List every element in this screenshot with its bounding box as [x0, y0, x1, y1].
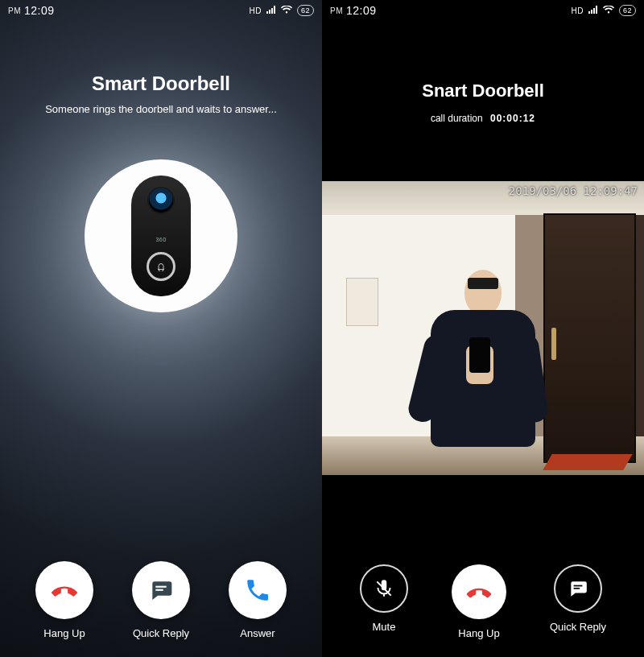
device-avatar: 360	[85, 159, 237, 312]
quick-reply-button[interactable]	[554, 564, 602, 613]
duration-label: call duration	[431, 113, 483, 124]
time-period: PM	[8, 6, 21, 15]
wifi-icon	[281, 6, 292, 15]
mute-button[interactable]	[360, 564, 408, 613]
caller-subtitle: Someone rings the doorbell and waits to …	[0, 103, 322, 115]
hangup-button[interactable]	[35, 561, 93, 619]
doorbell-button-icon	[147, 252, 175, 281]
status-time: PM 12:09	[8, 4, 55, 17]
duration-value: 00:00:12	[490, 113, 535, 124]
signal-icon	[266, 6, 276, 15]
call-duration: call duration 00:00:12	[322, 113, 644, 124]
scene-doormat	[543, 454, 633, 470]
status-indicators: HD 62	[250, 5, 314, 16]
video-feed[interactable]: 2019/03/06 12:09:47	[322, 181, 644, 475]
quick-reply-label: Quick Reply	[133, 627, 189, 639]
mute-label: Mute	[373, 621, 396, 633]
status-indicators: HD 62	[572, 5, 636, 16]
status-bar: PM 12:09 HD 62	[0, 0, 322, 21]
network-hd-icon: HD	[250, 6, 262, 15]
caller-title: Smart Doorbell	[0, 72, 322, 95]
call-actions: Mute Hang Up Quick Reply	[322, 564, 644, 639]
caller-title: Snart Doorbell	[322, 81, 644, 101]
status-bar: PM 12:09 HD 62	[322, 0, 644, 21]
svg-rect-0	[155, 586, 166, 588]
scene-person	[419, 270, 547, 475]
time-value: 12:09	[24, 4, 55, 17]
screen-in-call: PM 12:09 HD 62 Snart Doorbell call durat…	[322, 0, 644, 657]
battery-indicator: 62	[619, 5, 636, 16]
battery-value: 62	[301, 6, 310, 15]
battery-indicator: 62	[297, 5, 314, 16]
hangup-button[interactable]	[452, 564, 506, 619]
scene-door	[543, 213, 636, 463]
quick-reply-label: Quick Reply	[550, 621, 606, 633]
hangup-label: Hang Up	[458, 627, 499, 639]
quick-reply-button[interactable]	[132, 561, 190, 619]
screen-incoming-call: PM 12:09 HD 62 Smart Doorbell Someone ri…	[0, 0, 322, 657]
call-actions: Hang Up Quick Reply Answer	[0, 561, 322, 639]
time-value: 12:09	[346, 4, 377, 17]
doorbell-device-icon: 360	[131, 176, 191, 296]
status-time: PM 12:09	[330, 4, 377, 17]
scene-wall-panel	[346, 278, 378, 326]
time-period: PM	[330, 6, 343, 15]
svg-rect-1	[155, 589, 163, 591]
svg-rect-4	[574, 588, 580, 589]
wifi-icon	[603, 6, 614, 15]
svg-rect-3	[574, 585, 583, 587]
call-header: Smart Doorbell Someone rings the doorbel…	[0, 72, 322, 115]
battery-value: 62	[623, 6, 632, 15]
answer-button[interactable]	[229, 561, 287, 619]
video-timestamp: 2019/03/06 12:09:47	[509, 184, 638, 197]
signal-icon	[588, 6, 598, 15]
hangup-label: Hang Up	[43, 627, 85, 639]
answer-label: Answer	[240, 627, 275, 639]
device-brand: 360	[155, 237, 166, 242]
network-hd-icon: HD	[572, 6, 584, 15]
camera-lens-icon	[147, 187, 175, 214]
call-header: Snart Doorbell call duration 00:00:12	[322, 81, 644, 124]
